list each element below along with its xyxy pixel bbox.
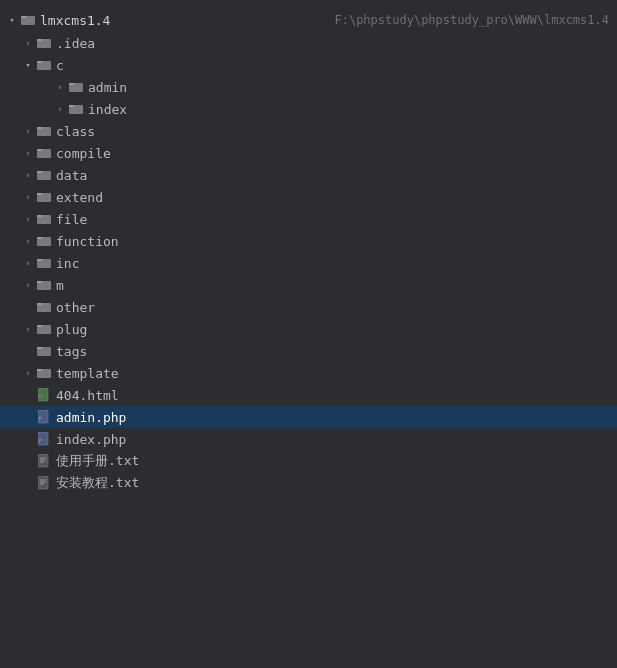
indexphp-label: index.php	[56, 432, 609, 447]
index-folder-label: index	[88, 102, 609, 117]
plug-label: plug	[56, 322, 609, 337]
c-label: c	[56, 58, 609, 73]
template-folder-icon	[36, 365, 52, 381]
function-folder-icon	[36, 233, 52, 249]
file-adminphp[interactable]: P admin.php	[0, 406, 617, 428]
folder-admin[interactable]: admin	[0, 76, 617, 98]
svg-rect-23	[37, 259, 42, 261]
folder-file[interactable]: file	[0, 208, 617, 230]
php-file-icon-index: P	[36, 431, 52, 447]
class-chevron	[20, 123, 36, 139]
svg-rect-11	[37, 127, 42, 129]
file-folder-label: file	[56, 212, 609, 227]
adminphp-label: admin.php	[56, 410, 609, 425]
compile-folder-icon	[36, 145, 52, 161]
folder-m[interactable]: m	[0, 274, 617, 296]
svg-rect-21	[37, 237, 42, 239]
file-tree: lmxcms1.4 F:\phpstudy\phpstudy_pro\WWW\l…	[0, 0, 617, 502]
folder-compile[interactable]: compile	[0, 142, 617, 164]
folder-extend[interactable]: extend	[0, 186, 617, 208]
data-chevron	[20, 167, 36, 183]
idea-label: .idea	[56, 36, 609, 51]
svg-text:H: H	[39, 393, 42, 399]
idea-chevron	[20, 35, 36, 51]
folder-plug[interactable]: plug	[0, 318, 617, 340]
plug-chevron	[20, 321, 36, 337]
c-chevron	[20, 57, 36, 73]
folder-c[interactable]: c	[0, 54, 617, 76]
folder-inc[interactable]: inc	[0, 252, 617, 274]
php-file-icon-admin: P	[36, 409, 52, 425]
admin-folder-icon	[68, 79, 84, 95]
file-installguide[interactable]: 安装教程.txt	[0, 472, 617, 494]
folder-index[interactable]: index	[0, 98, 617, 120]
index-folder-chevron	[52, 101, 68, 117]
compile-label: compile	[56, 146, 609, 161]
svg-rect-1	[21, 16, 27, 18]
root-label: lmxcms1.4	[40, 13, 326, 28]
svg-text:P: P	[39, 416, 42, 421]
extend-label: extend	[56, 190, 609, 205]
tags-folder-icon	[36, 343, 52, 359]
folder-tags[interactable]: tags	[0, 340, 617, 362]
svg-rect-19	[37, 215, 42, 217]
data-label: data	[56, 168, 609, 183]
svg-rect-3	[37, 39, 42, 41]
svg-rect-27	[37, 303, 42, 305]
m-chevron	[20, 277, 36, 293]
other-folder-icon	[36, 299, 52, 315]
html-file-icon: H	[36, 387, 52, 403]
folder-function[interactable]: function	[0, 230, 617, 252]
root-path: F:\phpstudy\phpstudy_pro\WWW\lmxcms1.4	[334, 13, 609, 27]
extend-folder-icon	[36, 189, 52, 205]
extend-chevron	[20, 189, 36, 205]
installguide-label: 安装教程.txt	[56, 474, 609, 492]
m-folder-icon	[36, 277, 52, 293]
root-folder-icon	[20, 12, 36, 28]
folder-template[interactable]: template	[0, 362, 617, 384]
tags-label: tags	[56, 344, 609, 359]
file-indexphp[interactable]: P index.php	[0, 428, 617, 450]
svg-rect-31	[37, 347, 42, 349]
index-folder-icon	[68, 101, 84, 117]
svg-text:P: P	[39, 438, 42, 443]
folder-idea[interactable]: .idea	[0, 32, 617, 54]
svg-rect-25	[37, 281, 42, 283]
folder-class[interactable]: class	[0, 120, 617, 142]
admin-chevron	[52, 79, 68, 95]
idea-folder-icon	[36, 35, 52, 51]
class-label: class	[56, 124, 609, 139]
svg-rect-33	[37, 369, 42, 371]
404html-label: 404.html	[56, 388, 609, 403]
m-label: m	[56, 278, 609, 293]
usermanual-label: 使用手册.txt	[56, 452, 609, 470]
svg-rect-29	[37, 325, 42, 327]
root-chevron	[4, 12, 20, 28]
folder-data[interactable]: data	[0, 164, 617, 186]
svg-rect-7	[69, 83, 74, 85]
file-chevron	[20, 211, 36, 227]
class-folder-icon	[36, 123, 52, 139]
data-folder-icon	[36, 167, 52, 183]
function-label: function	[56, 234, 609, 249]
inc-label: inc	[56, 256, 609, 271]
svg-rect-5	[37, 61, 42, 63]
function-chevron	[20, 233, 36, 249]
template-label: template	[56, 366, 609, 381]
file-usermanual[interactable]: 使用手册.txt	[0, 450, 617, 472]
txt-file-icon-manual	[36, 453, 52, 469]
inc-folder-icon	[36, 255, 52, 271]
svg-rect-44	[38, 476, 48, 489]
svg-rect-40	[38, 454, 48, 467]
svg-rect-17	[37, 193, 42, 195]
txt-file-icon-install	[36, 475, 52, 491]
root-item[interactable]: lmxcms1.4 F:\phpstudy\phpstudy_pro\WWW\l…	[0, 8, 617, 32]
svg-rect-13	[37, 149, 42, 151]
compile-chevron	[20, 145, 36, 161]
svg-rect-15	[37, 171, 42, 173]
file-404html[interactable]: H 404.html	[0, 384, 617, 406]
inc-chevron	[20, 255, 36, 271]
other-label: other	[56, 300, 609, 315]
c-folder-icon	[36, 57, 52, 73]
folder-other[interactable]: other	[0, 296, 617, 318]
